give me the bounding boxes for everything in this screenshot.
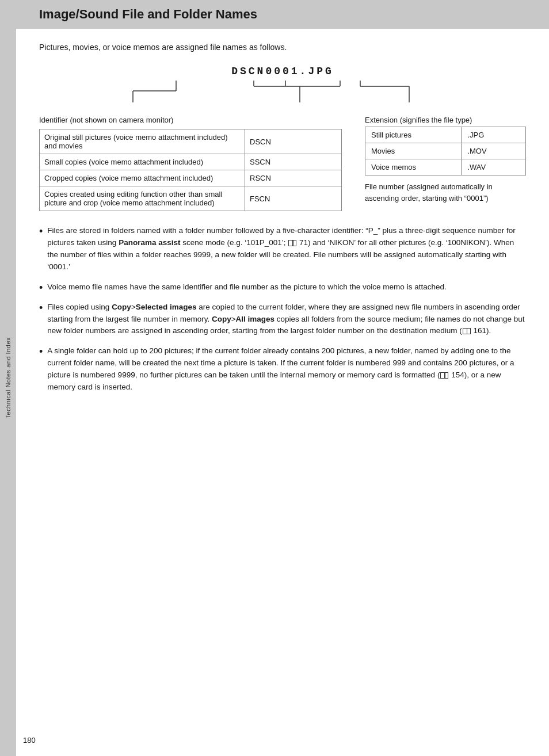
bold-all-images: All images bbox=[236, 315, 275, 323]
bullet-item-4: • A single folder can hold up to 200 pic… bbox=[39, 345, 526, 394]
diagram-section: DSCN0001.JPG bbox=[39, 66, 526, 211]
bullet-dot-1: • bbox=[39, 226, 43, 236]
title-bar: Image/Sound File and Folder Names bbox=[16, 0, 549, 29]
bullet-dot-3: • bbox=[39, 303, 43, 313]
extension-val-cell: .JPG bbox=[462, 127, 526, 143]
bullet-text-2: Voice memo file names have the same iden… bbox=[47, 281, 446, 293]
intro-paragraph: Pictures, movies, or voice memos are ass… bbox=[39, 43, 526, 52]
page-number: 180 bbox=[23, 736, 36, 744]
extension-desc-cell: Movies bbox=[365, 143, 462, 159]
bullet-text-3: Files copied using Copy>Selected images … bbox=[47, 301, 526, 338]
extension-label: Extension (signifies the file type) bbox=[365, 116, 526, 124]
identifier-code-cell: FSCN bbox=[245, 186, 342, 211]
book-icon-1 bbox=[288, 240, 296, 246]
identifier-desc-cell: Small copies (voice memo attachment incl… bbox=[40, 154, 245, 170]
bracket-svg bbox=[121, 79, 444, 111]
bullet-text-4: A single folder can hold up to 200 pictu… bbox=[47, 345, 526, 394]
identifier-code-cell: RSCN bbox=[245, 170, 342, 186]
bullet-item-2: • Voice memo file names have the same id… bbox=[39, 281, 526, 293]
identifier-code-cell: DSCN bbox=[245, 129, 342, 154]
extension-desc-cell: Voice memos bbox=[365, 159, 462, 175]
extension-val-cell: .WAV bbox=[462, 159, 526, 175]
side-tab: Technical Notes and Index bbox=[0, 0, 16, 756]
bold-copy-2: Copy bbox=[212, 315, 231, 323]
bold-copy-1: Copy bbox=[112, 303, 131, 311]
side-tab-label: Technical Notes and Index bbox=[5, 337, 12, 419]
identifier-desc-cell: Cropped copies (voice memo attachment in… bbox=[40, 170, 245, 186]
identifier-section: Identifier (not shown on camera monitor)… bbox=[39, 116, 342, 211]
identifier-desc-cell: Original still pictures (voice memo atta… bbox=[40, 129, 245, 154]
identifier-table: Original still pictures (voice memo atta… bbox=[39, 129, 342, 211]
extension-val-cell: .MOV bbox=[462, 143, 526, 159]
bullet-item-1: • Files are stored in folders named with… bbox=[39, 225, 526, 273]
bullet-list: • Files are stored in folders named with… bbox=[39, 225, 526, 394]
identifier-label: Identifier (not shown on camera monitor) bbox=[39, 116, 342, 124]
bullet-text-1: Files are stored in folders named with a… bbox=[47, 225, 526, 273]
identifier-code-cell: SSCN bbox=[245, 154, 342, 170]
file-number-note: File number (assigned automatically in a… bbox=[365, 181, 526, 204]
bullet-item-3: • Files copied using Copy>Selected image… bbox=[39, 301, 526, 338]
two-col-layout: Identifier (not shown on camera monitor)… bbox=[39, 116, 526, 211]
filename-diagram: DSCN0001.JPG bbox=[39, 66, 526, 111]
extension-table: Still pictures.JPGMovies.MOVVoice memos.… bbox=[365, 127, 526, 175]
extension-desc-cell: Still pictures bbox=[365, 127, 462, 143]
bullet-dot-4: • bbox=[39, 346, 43, 357]
bullet-dot-2: • bbox=[39, 282, 43, 293]
book-icon-3 bbox=[440, 372, 448, 379]
extension-section: Extension (signifies the file type) Stil… bbox=[365, 116, 526, 204]
filename-display: DSCN0001.JPG bbox=[231, 66, 334, 77]
book-icon-2 bbox=[463, 328, 471, 334]
main-content: Image/Sound File and Folder Names Pictur… bbox=[16, 0, 549, 756]
identifier-desc-cell: Copies created using editing function ot… bbox=[40, 186, 245, 211]
bold-panorama: Panorama assist bbox=[119, 238, 180, 247]
page-title: Image/Sound File and Folder Names bbox=[39, 7, 526, 22]
bold-selected: Selected images bbox=[136, 303, 197, 311]
